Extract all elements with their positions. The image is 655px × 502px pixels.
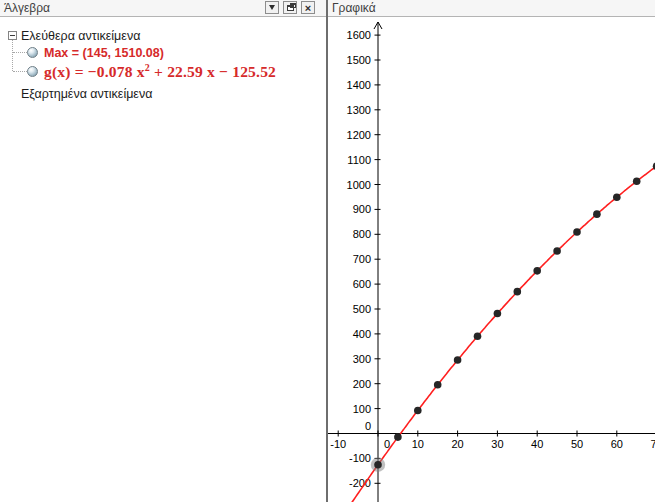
gx-equals: =	[71, 63, 88, 80]
gx-term1: −0.078 x	[88, 63, 145, 80]
dropdown-arrow-icon	[269, 5, 275, 10]
x-axis-tick-label: 60	[611, 438, 623, 450]
data-point[interactable]	[514, 288, 522, 296]
gx-rest: + 22.59 x − 125.52	[150, 63, 276, 80]
restore-window-icon	[287, 5, 294, 11]
free-objects-label: Ελεύθερα αντικείμενα	[21, 29, 140, 43]
x-axis-tick-label: 20	[451, 438, 463, 450]
minus-glyph	[10, 35, 15, 36]
x-axis-tick-label: 30	[491, 438, 503, 450]
y-axis-tick-label: 400	[353, 328, 371, 340]
data-point[interactable]	[533, 267, 541, 275]
algebra-window-buttons: ×	[265, 1, 315, 14]
tree-connector	[13, 71, 27, 73]
max-point-value: Max = (145, 1510.08)	[44, 46, 164, 60]
x-axis-tick-label: 40	[531, 438, 543, 450]
y-axis-tick-label: 1600	[347, 29, 371, 41]
tree-connector-vertical	[12, 40, 14, 71]
y-axis-tick-label: 300	[353, 353, 371, 365]
data-point[interactable]	[394, 433, 402, 441]
y-axis-tick-label: 1100	[347, 154, 371, 166]
data-point[interactable]	[593, 210, 601, 218]
geogebra-window: Άλγεβρα × Ελεύθερα αντικείμενα	[0, 0, 655, 502]
restore-panel-button[interactable]	[283, 1, 297, 14]
graph-canvas[interactable]: -200-10001002003004005006007008009001000…	[328, 17, 655, 502]
collapse-free-objects-icon[interactable]	[8, 31, 17, 40]
x-axis-tick-label: 0	[384, 438, 390, 450]
object-visibility-marble-icon[interactable]	[27, 66, 38, 77]
y-axis-tick-label: 1300	[347, 104, 371, 116]
y-axis-tick-label: 1000	[347, 179, 371, 191]
y-axis-tick-label: 1200	[347, 129, 371, 141]
y-axis-tick-label: 800	[353, 228, 371, 240]
data-point[interactable]	[474, 332, 482, 340]
object-visibility-marble-icon[interactable]	[27, 47, 38, 58]
x-axis-tick-label: 50	[571, 438, 583, 450]
x-axis-tick-label: -10	[330, 438, 346, 450]
y-axis-tick-label: 100	[353, 403, 371, 415]
algebra-panel: Άλγεβρα × Ελεύθερα αντικείμενα	[0, 0, 326, 502]
data-point[interactable]	[633, 177, 641, 185]
tree-node-dependent-objects[interactable]: Εξαρτημένα αντικείμενα	[21, 86, 152, 102]
y-axis-tick-label: 0	[365, 420, 371, 432]
data-point[interactable]	[414, 407, 422, 415]
y-axis-tick-label: 600	[353, 278, 371, 290]
data-point[interactable]	[434, 381, 442, 389]
y-axis-tick-label: 200	[353, 378, 371, 390]
panel-menu-button[interactable]	[265, 1, 279, 14]
graphics-panel: Γραφικά -200-100010020030040050060070080…	[328, 0, 655, 502]
y-axis-tick-label: 700	[353, 253, 371, 265]
data-point[interactable]	[494, 310, 502, 318]
data-point[interactable]	[454, 356, 462, 364]
close-icon: ×	[305, 3, 311, 13]
data-point[interactable]	[613, 193, 621, 201]
data-point[interactable]	[573, 228, 581, 236]
graphics-panel-header[interactable]: Γραφικά	[328, 0, 655, 17]
y-axis-tick-label: 500	[353, 303, 371, 315]
algebra-panel-header[interactable]: Άλγεβρα ×	[0, 0, 326, 17]
x-axis-tick-label: 10	[412, 438, 424, 450]
dependent-objects-label: Εξαρτημένα αντικείμενα	[21, 87, 152, 101]
gx-function-definition: g(x) = −0.078 x2 + 22.59 x − 125.52	[44, 62, 276, 81]
data-point-selected[interactable]	[374, 461, 382, 469]
tree-connector	[13, 52, 27, 54]
y-axis-tick-label: 1500	[347, 54, 371, 66]
graphics-panel-title: Γραφικά	[328, 0, 376, 16]
tree-item-gx[interactable]: g(x) = −0.078 x2 + 22.59 x − 125.52	[27, 64, 276, 79]
close-panel-button[interactable]: ×	[301, 1, 315, 14]
fit-curve-g[interactable]	[349, 160, 655, 502]
tree-node-free-objects[interactable]: Ελεύθερα αντικείμενα	[21, 28, 140, 44]
x-axis-tick-label: 70	[650, 438, 655, 450]
data-point[interactable]	[553, 247, 561, 255]
y-axis-tick-label: 900	[353, 203, 371, 215]
y-axis-tick-label: -100	[349, 452, 371, 464]
algebra-panel-title: Άλγεβρα	[0, 0, 50, 16]
gx-lhs: g(x)	[44, 63, 71, 80]
y-axis-tick-label: 1400	[347, 79, 371, 91]
tree-item-max[interactable]: Max = (145, 1510.08)	[27, 46, 164, 59]
